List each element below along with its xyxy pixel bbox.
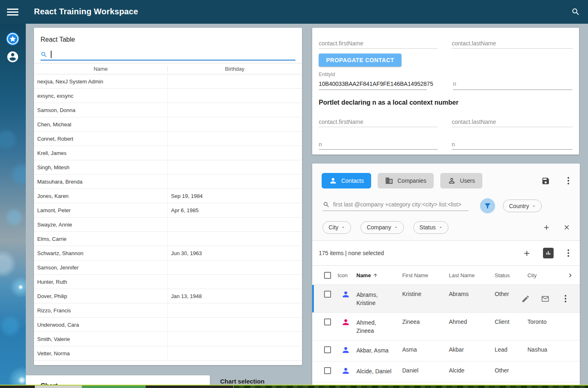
column-header-status[interactable]: Status (495, 272, 527, 278)
table-row[interactable]: Smith, Valerie (34, 332, 302, 346)
column-header-icon: Icon (338, 272, 356, 278)
column-header-first-name[interactable]: First Name (402, 272, 449, 278)
cell-status: Client (495, 318, 527, 325)
react-table-search[interactable] (41, 49, 295, 61)
workspace-star-icon[interactable] (6, 32, 19, 45)
row-checkbox[interactable] (324, 367, 331, 374)
row-checkbox[interactable] (324, 291, 331, 298)
chart-view-icon[interactable] (543, 248, 554, 258)
table-row[interactable]: Swayze, Annie (34, 218, 302, 232)
add-filter-icon[interactable] (540, 221, 553, 234)
person-icon (341, 366, 350, 375)
table-row[interactable]: nexjsa, NexJ System Admin (34, 74, 302, 89)
select-all-checkbox[interactable] (324, 272, 331, 279)
table-row[interactable]: Rizzo, Francis (34, 303, 302, 318)
panel-menu-icon[interactable] (563, 177, 573, 184)
table-row[interactable]: Underwood, Cara (34, 318, 302, 332)
table-row[interactable]: Connet, Robert (34, 132, 302, 146)
search-icon (41, 51, 47, 58)
email-envelope-icon[interactable] (541, 294, 550, 303)
contact-lastname-field[interactable]: contact.lastName (452, 40, 572, 49)
tab-users[interactable]: Users (440, 173, 482, 188)
tab-label: Companies (397, 177, 426, 184)
tab-contacts[interactable]: Contacts (322, 173, 371, 188)
table-row[interactable]: Krell, James (34, 146, 302, 160)
save-icon[interactable] (539, 174, 552, 187)
contacts-search-input[interactable] (333, 201, 469, 208)
cell-first-name: Kristine (402, 291, 449, 297)
chip-label: Status (419, 224, 436, 231)
chevron-down-icon (341, 225, 346, 230)
filter-chips-row: City Company Status (312, 213, 580, 234)
table-row[interactable]: exsync, exsync (34, 89, 302, 103)
cell-city: Toronto (527, 318, 563, 325)
row-menu-icon[interactable] (561, 295, 570, 303)
country-dropdown-label: Country (509, 203, 529, 209)
menu-icon[interactable] (6, 7, 20, 17)
react-table: Name Birthday nexjsa, NexJ System Admin … (34, 63, 302, 361)
field-placeholder: n (453, 81, 572, 89)
table-row[interactable]: Elms, Carrie (34, 232, 302, 246)
more-columns-chevron-icon[interactable] (566, 271, 574, 279)
filter-chip-company[interactable]: Company (360, 221, 404, 234)
app-title: React Training Workspace (34, 7, 138, 16)
cell-name: Smith, Valerie (34, 332, 168, 346)
edit-pencil-icon[interactable] (521, 294, 530, 303)
entity-id-field[interactable]: 10B40033BAA2F841AF9FE146BA14952875 (319, 81, 427, 90)
react-table-card: React Table Name Birthday nexjsa, NexJ S… (34, 28, 302, 365)
table-row[interactable]: Samson, Jennifer (34, 260, 302, 275)
table-row[interactable]: Hunter, Ruth (34, 275, 302, 289)
person-icon (341, 345, 350, 354)
cell-birthday (168, 346, 302, 360)
column-header-last-name[interactable]: Last Name (449, 272, 495, 278)
contact-row[interactable]: Ahmed, Zineea Zineea Ahmed Client Toront… (312, 313, 580, 341)
cell-name: Singh, Mitesh (34, 160, 168, 174)
n-field[interactable]: n (453, 81, 572, 90)
react-table-search-input[interactable] (52, 50, 296, 58)
filter-chip-status[interactable]: Status (413, 221, 448, 234)
column-header-city[interactable]: City (527, 272, 563, 278)
chart-selection-label: Chart selection (220, 378, 264, 385)
table-row[interactable]: Jones, Karen Sep 19, 1984 (34, 189, 302, 203)
portlet-lastname-field[interactable]: contact.lastName (452, 119, 572, 127)
table-row[interactable]: Singh, Mitesh (34, 160, 302, 175)
person-icon (341, 290, 350, 299)
table-row[interactable]: Vetter, Norma (34, 346, 302, 361)
field-placeholder: contact.lastName (452, 40, 572, 48)
propagate-contact-button[interactable]: PROPAGATE CONTACT (319, 54, 401, 67)
filter-funnel-icon[interactable] (480, 198, 495, 213)
cell-birthday (168, 146, 302, 160)
cell-name: Alcide, Daniel (356, 367, 402, 375)
country-dropdown[interactable]: Country (503, 200, 542, 212)
table-row[interactable]: Dover, Philip Jan 13, 1948 (34, 289, 302, 303)
account-icon[interactable] (6, 50, 19, 63)
portlet-n-field-left[interactable]: n (319, 141, 438, 150)
contact-row[interactable]: Alcide, Daniel Daniel Alcide Other (312, 361, 580, 382)
contact-row[interactable]: Akbar, Asma Asma Akbar Lead Nashua (312, 341, 580, 361)
table-row[interactable]: Matsuhara, Brenda (34, 175, 302, 189)
cell-first-name: Daniel (402, 367, 449, 374)
contact-firstname-field[interactable]: contact.firstName (319, 40, 438, 49)
table-row[interactable]: Lamont, Peter Apr 6, 1985 (34, 203, 302, 218)
table-row[interactable]: Chen, Micheal (34, 117, 302, 132)
filter-chip-city[interactable]: City (322, 221, 351, 234)
contacts-table-header: Icon Name First Name Last Name Status Ci… (312, 265, 580, 285)
contact-row[interactable]: Abrams, Kristine Kristine Abrams Other (312, 285, 580, 313)
clear-filters-icon[interactable] (560, 221, 573, 234)
row-checkbox[interactable] (324, 346, 331, 353)
search-icon[interactable] (570, 6, 581, 18)
portlet-n-field-right[interactable]: n (452, 141, 572, 150)
table-row[interactable]: Schwartz, Shannon Jun 30, 1963 (34, 246, 302, 260)
tab-label: Users (460, 177, 475, 184)
list-menu-icon[interactable] (563, 249, 573, 257)
cell-name: Abrams, Kristine (356, 291, 402, 307)
tab-companies[interactable]: Companies (378, 173, 434, 188)
cell-name: Hunter, Ruth (34, 275, 168, 289)
portlet-firstname-field[interactable]: contact.firstName (319, 119, 438, 127)
cell-last-name: Abrams (449, 291, 495, 297)
table-row[interactable]: Samson, Donna (34, 103, 302, 117)
column-header-name[interactable]: Name (356, 272, 402, 278)
row-checkbox[interactable] (324, 318, 331, 325)
contacts-search-field[interactable] (323, 201, 469, 211)
add-contact-icon[interactable] (520, 247, 533, 260)
